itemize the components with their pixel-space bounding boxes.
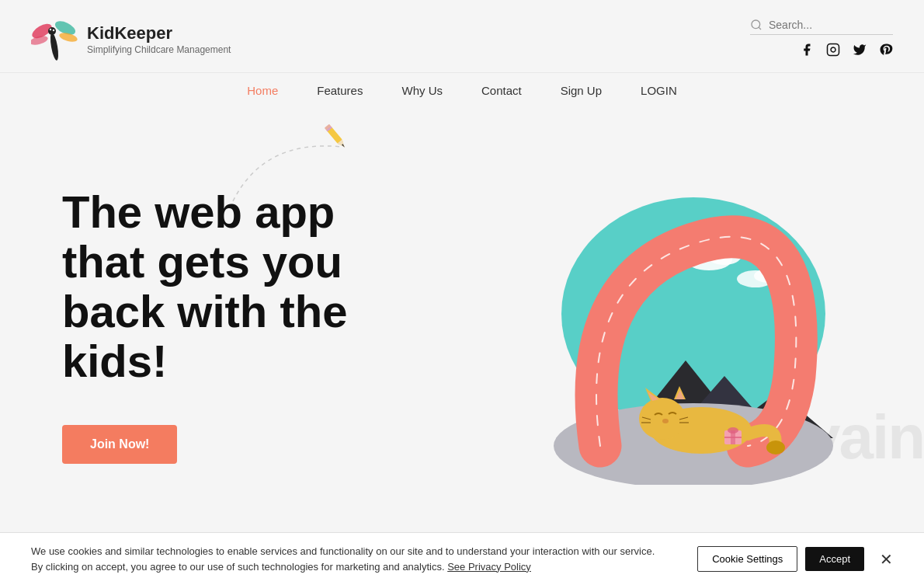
privacy-policy-link[interactable]: See Privacy Policy xyxy=(447,561,531,573)
search-input[interactable] xyxy=(769,19,893,31)
cookie-close-button[interactable]: ✕ xyxy=(880,550,893,569)
nav-login[interactable]: LOGIN xyxy=(641,84,677,97)
svg-point-29 xyxy=(639,398,686,440)
nav-features[interactable]: Features xyxy=(317,84,363,97)
nav-home[interactable]: Home xyxy=(247,84,278,97)
search-icon xyxy=(750,19,762,31)
hero-illustration xyxy=(484,143,841,485)
main-nav: Home Features Why Us Contact Sign Up LOG… xyxy=(0,72,924,108)
cookie-text: We use cookies and similar technologies … xyxy=(31,544,668,574)
svg-point-5 xyxy=(48,27,56,35)
brand-name: KidKeeper xyxy=(87,23,231,44)
cookie-settings-button[interactable]: Cookie Settings xyxy=(697,546,797,572)
facebook-icon[interactable] xyxy=(800,43,814,60)
cookie-buttons: Cookie Settings Accept ✕ xyxy=(697,546,893,572)
brand-tagline: Simplifying Childcare Management xyxy=(87,44,231,55)
social-icons xyxy=(800,43,893,60)
cookie-banner: We use cookies and similar technologies … xyxy=(0,532,924,585)
pinterest-icon[interactable] xyxy=(879,43,893,60)
svg-point-43 xyxy=(728,427,738,434)
cookie-message: We use cookies and similar technologies … xyxy=(31,545,655,573)
header-right xyxy=(750,19,893,60)
nav-signup[interactable]: Sign Up xyxy=(561,84,602,97)
svg-point-0 xyxy=(49,33,60,61)
svg-point-7 xyxy=(53,30,54,31)
logo-icon xyxy=(31,14,78,64)
hero-section: The web app that gets you back with the … xyxy=(0,108,924,520)
svg-point-8 xyxy=(752,20,760,29)
svg-rect-10 xyxy=(828,44,839,56)
logo-text: KidKeeper Simplifying Childcare Manageme… xyxy=(87,23,231,54)
header: KidKeeper Simplifying Childcare Manageme… xyxy=(0,0,924,72)
svg-line-9 xyxy=(759,27,761,30)
join-now-button[interactable]: Join Now! xyxy=(62,425,177,464)
instagram-icon[interactable] xyxy=(826,43,840,60)
twitter-icon[interactable] xyxy=(853,43,867,60)
nav-why-us[interactable]: Why Us xyxy=(401,84,443,97)
svg-point-6 xyxy=(50,29,51,30)
svg-point-39 xyxy=(766,440,785,454)
pencil-illustration xyxy=(217,124,373,228)
hero-right xyxy=(462,143,862,485)
svg-point-34 xyxy=(662,419,669,423)
search-bar[interactable] xyxy=(750,19,893,35)
logo-area: KidKeeper Simplifying Childcare Manageme… xyxy=(31,14,231,64)
nav-contact[interactable]: Contact xyxy=(481,84,522,97)
cookie-accept-button[interactable]: Accept xyxy=(805,547,864,571)
